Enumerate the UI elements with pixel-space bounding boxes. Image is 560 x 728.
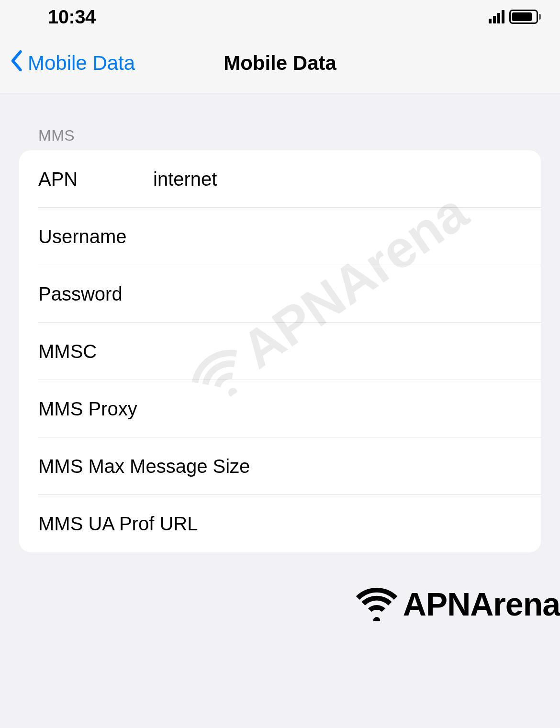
setting-row-mms-proxy[interactable]: MMS Proxy [19, 380, 541, 437]
content: MMS APN Username Password MMSC MMS Proxy… [0, 93, 560, 552]
apn-input[interactable] [153, 168, 522, 190]
back-button-label: Mobile Data [28, 52, 135, 75]
setting-row-apn[interactable]: APN [19, 150, 541, 208]
status-bar: 10:34 [0, 0, 560, 34]
section-header-mms: MMS [0, 127, 560, 150]
apn-label: APN [38, 168, 153, 190]
cellular-signal-icon [489, 10, 504, 23]
mms-settings-group: APN Username Password MMSC MMS Proxy MMS… [19, 150, 541, 552]
navigation-bar: Mobile Data Mobile Data [0, 34, 560, 93]
setting-row-mms-max-size[interactable]: MMS Max Message Size [19, 437, 541, 495]
password-input[interactable] [153, 283, 522, 305]
setting-row-mmsc[interactable]: MMSC [19, 323, 541, 380]
mms-ua-prof-input[interactable] [198, 513, 522, 535]
back-button[interactable]: Mobile Data [0, 50, 135, 76]
chevron-left-icon [10, 50, 23, 76]
mmsc-label: MMSC [38, 341, 153, 362]
page-title: Mobile Data [224, 52, 336, 75]
watermark-bottom-text: APNArena [403, 585, 560, 623]
mms-ua-prof-label: MMS UA Prof URL [38, 513, 198, 535]
wifi-icon [355, 587, 398, 621]
mms-proxy-label: MMS Proxy [38, 398, 137, 420]
username-input[interactable] [153, 226, 522, 247]
setting-row-mms-ua-prof[interactable]: MMS UA Prof URL [19, 495, 541, 552]
mmsc-input[interactable] [153, 341, 522, 362]
mms-proxy-input[interactable] [137, 398, 522, 420]
battery-icon [509, 10, 541, 24]
mms-max-size-input[interactable] [250, 456, 522, 477]
username-label: Username [38, 226, 153, 247]
password-label: Password [38, 283, 153, 305]
setting-row-password[interactable]: Password [19, 265, 541, 323]
watermark-bottom: APNArena [355, 585, 560, 623]
mms-max-size-label: MMS Max Message Size [38, 456, 250, 477]
setting-row-username[interactable]: Username [19, 208, 541, 265]
status-time: 10:34 [48, 6, 96, 28]
status-indicators [489, 10, 541, 24]
